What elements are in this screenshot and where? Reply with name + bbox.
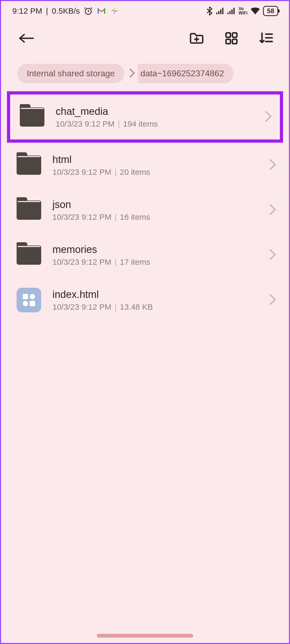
sort-button[interactable] (257, 29, 276, 48)
chevron-right-icon (265, 111, 272, 123)
chevron-right-icon (129, 69, 135, 79)
google-photos-icon (110, 6, 120, 16)
folder-icon (19, 104, 45, 130)
status-separator: | (46, 6, 48, 16)
bluetooth-icon (206, 6, 213, 16)
svg-rect-5 (227, 13, 229, 14)
svg-rect-10 (232, 33, 237, 37)
svg-rect-1 (216, 13, 218, 14)
new-folder-button[interactable] (187, 29, 206, 48)
status-bar: 9:12 PM | 0.5KB/s Vo WiFi 58 (1, 1, 289, 21)
navigation-bar (1, 634, 289, 638)
view-grid-button[interactable] (222, 29, 241, 48)
vowifi-indicator: Vo WiFi (239, 7, 248, 15)
item-meta: 10/3/23 9:12 PM|194 items (56, 119, 254, 128)
gmail-icon (97, 6, 106, 16)
svg-rect-4 (222, 8, 223, 14)
folder-icon (16, 152, 42, 178)
folder-item[interactable]: memories10/3/23 9:12 PM|17 items (1, 233, 289, 278)
file-list: chat_media10/3/23 9:12 PM|194 itemshtml1… (1, 91, 289, 323)
breadcrumb-root[interactable]: Internal shared storage (17, 64, 124, 83)
item-name: memories (52, 244, 258, 255)
item-body: memories10/3/23 9:12 PM|17 items (52, 244, 258, 267)
signal-icon-1 (216, 7, 224, 14)
file-item[interactable]: index.html10/3/23 9:12 PM|13.48 KB (1, 278, 289, 323)
item-meta: 10/3/23 9:12 PM|16 items (52, 213, 258, 222)
item-name: index.html (52, 289, 258, 300)
item-name: chat_media (56, 106, 254, 117)
status-right: Vo WiFi 58 (206, 6, 278, 16)
svg-rect-8 (233, 8, 235, 14)
item-body: chat_media10/3/23 9:12 PM|194 items (56, 106, 254, 128)
folder-item[interactable]: json10/3/23 9:12 PM|16 items (1, 188, 289, 233)
item-meta: 10/3/23 9:12 PM|20 items (52, 168, 258, 177)
item-body: json10/3/23 9:12 PM|16 items (52, 199, 258, 222)
file-icon (16, 287, 42, 313)
svg-rect-11 (226, 39, 231, 44)
back-button[interactable] (17, 29, 36, 48)
status-net-speed: 0.5KB/s (52, 6, 80, 16)
item-meta: 10/3/23 9:12 PM|17 items (52, 257, 258, 267)
item-body: index.html10/3/23 9:12 PM|13.48 KB (52, 289, 258, 312)
signal-icon-2 (227, 7, 235, 14)
svg-rect-9 (226, 33, 231, 37)
item-body: html10/3/23 9:12 PM|20 items (52, 154, 258, 177)
breadcrumb-current[interactable]: data~1696252374862 (138, 64, 234, 83)
svg-rect-12 (232, 39, 237, 44)
chevron-right-icon (269, 249, 276, 261)
item-meta: 10/3/23 9:12 PM|13.48 KB (52, 302, 258, 312)
folder-item[interactable]: html10/3/23 9:12 PM|20 items (1, 143, 289, 188)
chevron-right-icon (269, 159, 276, 171)
svg-rect-2 (218, 11, 219, 14)
toolbar (1, 21, 289, 56)
folder-item[interactable]: chat_media10/3/23 9:12 PM|194 items (7, 91, 283, 143)
svg-rect-6 (229, 11, 231, 14)
item-name: json (52, 199, 258, 210)
svg-rect-7 (231, 9, 233, 14)
nav-pill[interactable] (97, 634, 193, 638)
folder-icon (16, 242, 42, 268)
svg-rect-3 (220, 9, 222, 14)
folder-icon (16, 197, 42, 223)
status-left: 9:12 PM | 0.5KB/s (12, 6, 120, 16)
battery-indicator: 58 (263, 6, 278, 16)
breadcrumb: Internal shared storage data~16962523748… (1, 56, 289, 91)
chevron-right-icon (269, 294, 276, 306)
chevron-right-icon (269, 204, 276, 216)
status-time: 9:12 PM (12, 6, 42, 16)
wifi-icon (251, 7, 260, 15)
item-name: html (52, 154, 258, 165)
alarm-icon (84, 6, 93, 16)
